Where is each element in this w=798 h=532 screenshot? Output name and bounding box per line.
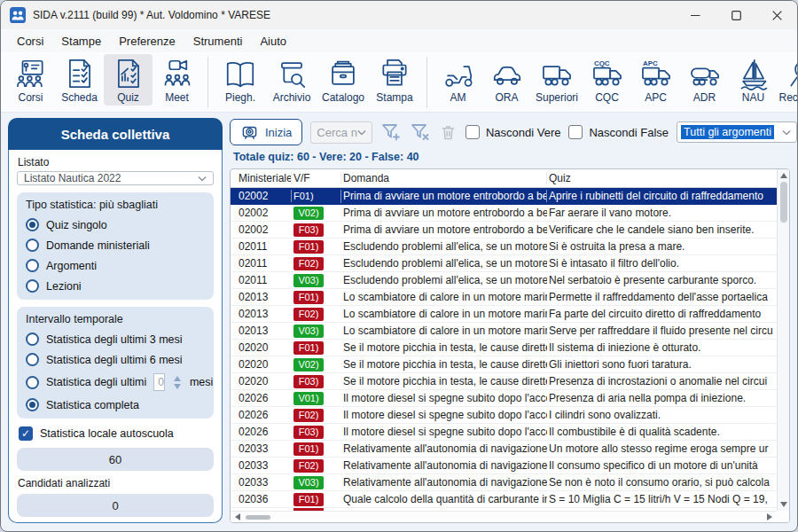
tool-nau[interactable]: NAU: [729, 54, 778, 106]
radio-icon[interactable]: [26, 353, 39, 366]
nascondi-false-checkbox-row[interactable]: Nascondi False: [568, 125, 669, 139]
inizia-button[interactable]: Inizia: [230, 119, 302, 145]
table-row[interactable]: 02026 V01) Il motore diesel si spegne su…: [231, 390, 777, 407]
table-row[interactable]: 02011 F01) Escludendo problemi all'elica…: [231, 239, 777, 255]
radio-domande-ministeriali[interactable]: Domande ministeriali: [26, 239, 205, 252]
horizontal-scroll-thumb[interactable]: [246, 515, 270, 520]
table-row[interactable]: 02020 F03) Se il motore picchia in testa…: [231, 373, 777, 390]
table-row[interactable]: 02026 F03) Il motore diesel si spegne su…: [231, 424, 777, 441]
radio-icon[interactable]: [26, 218, 39, 231]
menu-item[interactable]: Aiuto: [251, 32, 295, 51]
scroll-left-icon[interactable]: [235, 513, 240, 520]
tool-recupero[interactable]: Recupero: [778, 54, 797, 106]
tool-scheda[interactable]: Scheda: [55, 54, 104, 106]
tool-catalogo[interactable]: Catalogo: [317, 54, 369, 106]
radio-icon[interactable]: [26, 398, 39, 411]
cell-domanda: Quale calcolo della quantità di carburan…: [341, 493, 547, 505]
column-header-vf[interactable]: V/F: [292, 172, 341, 184]
table-row[interactable]: 02020 V02) Se il motore picchia in testa…: [231, 356, 777, 373]
statistica-locale-checkbox-row[interactable]: ✓ Statistica locale autoscuola: [19, 426, 212, 441]
cell-quiz: Serve per raffreddare il fluido presente…: [547, 325, 777, 337]
radio-icon[interactable]: [26, 376, 39, 389]
tool-am[interactable]: AM: [434, 54, 482, 106]
minimize-button[interactable]: [675, 1, 716, 29]
tool-label: Recupero: [778, 91, 797, 104]
argomenti-select[interactable]: Tutti gli argomenti: [677, 121, 797, 143]
filter-clear-button[interactable]: [410, 121, 431, 143]
months-input[interactable]: 0: [153, 373, 165, 391]
apc-badge-text: APC: [642, 59, 657, 67]
tool-adr[interactable]: ADR: [680, 54, 729, 106]
radio-lezioni[interactable]: Lezioni: [26, 279, 205, 293]
menu-item[interactable]: Preferenze: [110, 32, 184, 51]
table-row[interactable]: 02033 V03) Relativamente all'autonomia d…: [231, 474, 777, 491]
table-row[interactable]: 02013 F01) Lo scambiatore di calore in u…: [231, 289, 777, 306]
column-header-quiz[interactable]: Quiz: [547, 172, 777, 184]
listato-value: Listato Nautica 2022: [24, 172, 121, 184]
radio-icon[interactable]: [26, 332, 39, 346]
vertical-scroll-thumb[interactable]: [780, 182, 787, 223]
delete-button[interactable]: [439, 123, 458, 142]
listato-select[interactable]: Listato Nautica 2022: [17, 171, 214, 185]
vf-badge: F01): [293, 341, 324, 355]
column-header-ministeriale[interactable]: Ministeriale: [237, 172, 292, 184]
cell-ministeriale: 02013: [237, 291, 292, 303]
radio-statistica-completa[interactable]: Statistica completa: [26, 398, 205, 411]
candidati-label: Candidati analizzati: [18, 477, 214, 489]
horizontal-scrollbar[interactable]: [231, 511, 777, 522]
scroll-down-icon[interactable]: [780, 502, 787, 507]
radio-quiz-singolo[interactable]: Quiz singolo: [26, 218, 205, 231]
checkbox-unchecked-icon[interactable]: [568, 125, 583, 139]
stepper-down-icon[interactable]: [174, 384, 181, 389]
tool-archivio[interactable]: Archivio: [266, 54, 317, 106]
column-header-domanda[interactable]: Domanda: [341, 172, 547, 184]
radio-icon[interactable]: [26, 239, 39, 252]
checklist-document-icon: [63, 57, 97, 90]
scroll-right-icon[interactable]: [767, 513, 772, 520]
radio-icon[interactable]: [26, 259, 39, 272]
table-row[interactable]: 02002 F01) Prima di avviare un motore en…: [231, 188, 777, 205]
table-row[interactable]: 02002 F03) Prima di avviare un motore en…: [231, 222, 777, 239]
checkbox-checked-icon[interactable]: ✓: [19, 426, 33, 441]
menu-item[interactable]: Strumenti: [184, 32, 252, 51]
radio-ultimi-6-mesi[interactable]: Statistica degli ultimi 6 mesi: [26, 353, 205, 366]
close-button[interactable]: [756, 1, 797, 29]
filter-add-button[interactable]: [380, 121, 402, 143]
menu-item[interactable]: Corsi: [8, 32, 52, 51]
tool-ora[interactable]: ORA: [482, 54, 531, 106]
checkbox-unchecked-icon[interactable]: [466, 125, 480, 139]
tool-corsi[interactable]: Corsi: [6, 54, 55, 106]
search-combo[interactable]: Cerca n: [310, 121, 372, 144]
tool-superiori[interactable]: Superiori: [531, 54, 583, 106]
tool-pieghevole[interactable]: Piegh.: [215, 54, 266, 106]
radio-icon[interactable]: [26, 279, 39, 293]
nascondi-vere-checkbox-row[interactable]: Nascondi Vere: [466, 125, 561, 139]
months-stepper[interactable]: [174, 376, 181, 389]
cell-quiz: Presenza di aria nella pompa di iniezion…: [547, 392, 777, 404]
vertical-scrollbar[interactable]: [777, 169, 789, 511]
cell-domanda: Se il motore picchia in testa, le cause …: [341, 358, 547, 371]
tool-meet[interactable]: Meet: [153, 54, 201, 106]
tool-quiz[interactable]: Quiz: [104, 54, 153, 106]
maximize-button[interactable]: [716, 1, 756, 29]
radio-ultimi-3-mesi[interactable]: Statistica degli ultimi 3 mesi: [26, 332, 205, 346]
tool-stampa[interactable]: Stampa: [369, 54, 420, 106]
table-row[interactable]: 02033 F02) Relativamente all'autonomia d…: [231, 458, 777, 474]
table-row[interactable]: 02036 F01) Quale calcolo della quantità …: [231, 491, 777, 508]
table-row[interactable]: 02033 F01) Relativamente all'autonomia d…: [231, 441, 777, 458]
tool-cqc[interactable]: CQC CQC: [583, 54, 631, 106]
menu-item[interactable]: Stampe: [52, 32, 110, 51]
table-row[interactable]: 02011 F02) Escludendo problemi all'elica…: [231, 255, 777, 272]
table-row[interactable]: 02011 V03) Escludendo problemi all'elica…: [231, 272, 777, 289]
radio-argomenti[interactable]: Argomenti: [26, 259, 205, 272]
table-row[interactable]: 02020 F01) Se il motore picchia in testa…: [231, 340, 777, 356]
stepper-up-icon[interactable]: [174, 376, 181, 381]
table-row[interactable]: 02013 V03) Lo scambiatore di calore in u…: [231, 323, 777, 340]
radio-ultimi-n-mesi[interactable]: Statistica degli ultimi 0 mesi: [26, 373, 205, 391]
table-row[interactable]: 02002 V02) Prima di avviare un motore en…: [231, 205, 777, 222]
scroll-up-icon[interactable]: [780, 173, 787, 178]
argomenti-value: Tutti gli argomenti: [681, 125, 774, 139]
table-row[interactable]: 02013 F02) Lo scambiatore di calore in u…: [231, 306, 777, 323]
table-row[interactable]: 02026 F02) Il motore diesel si spegne su…: [231, 407, 777, 424]
tool-apc[interactable]: APC APC: [631, 54, 680, 106]
